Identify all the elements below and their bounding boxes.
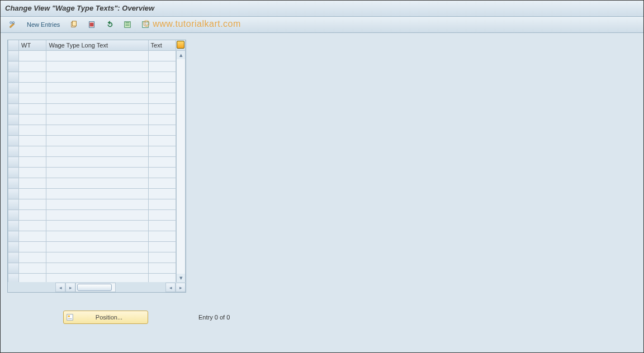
row-selector[interactable] <box>8 125 19 136</box>
row-selector[interactable] <box>8 115 19 125</box>
select-all-button[interactable] <box>120 18 135 31</box>
cell-long[interactable] <box>46 115 148 125</box>
table-row[interactable] <box>8 221 186 231</box>
cell-long[interactable] <box>46 221 148 231</box>
cell-long[interactable] <box>46 61 148 72</box>
cell-long[interactable] <box>46 274 148 283</box>
cell-long[interactable] <box>46 125 148 136</box>
cell-long[interactable] <box>46 136 148 146</box>
cell-wt[interactable] <box>19 157 46 168</box>
cell-long[interactable] <box>46 242 148 252</box>
cell-long[interactable] <box>46 93 148 104</box>
row-selector[interactable] <box>8 72 19 83</box>
table-row[interactable] <box>8 157 186 168</box>
cell-long[interactable] <box>46 178 148 189</box>
cell-text[interactable] <box>148 157 176 168</box>
row-selector[interactable] <box>8 157 19 168</box>
copy-button[interactable] <box>66 18 82 31</box>
cell-wt[interactable] <box>19 221 46 231</box>
table-row[interactable] <box>8 136 186 146</box>
scroll-down-icon[interactable]: ▾ <box>177 274 185 282</box>
col-header-text[interactable]: Text <box>148 40 176 51</box>
table-row[interactable] <box>8 61 186 72</box>
row-selector[interactable] <box>8 210 19 221</box>
table-row[interactable] <box>8 51 186 61</box>
cell-text[interactable] <box>148 231 176 242</box>
cell-long[interactable] <box>46 146 148 157</box>
configure-columns-button[interactable] <box>176 40 185 51</box>
cell-text[interactable] <box>148 263 176 274</box>
cell-wt[interactable] <box>19 199 46 210</box>
cell-wt[interactable] <box>19 242 46 252</box>
row-selector[interactable] <box>8 231 19 242</box>
cell-text[interactable] <box>148 221 176 231</box>
cell-wt[interactable] <box>19 61 46 72</box>
row-selector[interactable] <box>8 221 19 231</box>
cell-wt[interactable] <box>19 252 46 263</box>
row-selector-header[interactable] <box>8 40 19 51</box>
cell-wt[interactable] <box>19 210 46 221</box>
cell-long[interactable] <box>46 157 148 168</box>
cell-wt[interactable] <box>19 168 46 178</box>
row-selector[interactable] <box>8 199 19 210</box>
scroll-up-icon[interactable]: ▴ <box>177 51 185 59</box>
row-selector[interactable] <box>8 178 19 189</box>
row-selector[interactable] <box>8 83 19 93</box>
scroll-track[interactable] <box>177 59 185 274</box>
undo-button[interactable] <box>102 18 117 31</box>
col-header-long[interactable]: Wage Type Long Text <box>46 40 148 51</box>
cell-wt[interactable] <box>19 189 46 199</box>
cell-text[interactable] <box>148 125 176 136</box>
new-entries-button[interactable]: New Entries <box>23 18 64 31</box>
cell-wt[interactable] <box>19 51 46 61</box>
cell-wt[interactable] <box>19 263 46 274</box>
cell-text[interactable] <box>148 168 176 178</box>
deselect-all-button[interactable] <box>138 18 153 31</box>
cell-wt[interactable] <box>19 231 46 242</box>
cell-text[interactable] <box>148 146 176 157</box>
cell-text[interactable] <box>148 61 176 72</box>
table-row[interactable] <box>8 125 186 136</box>
table-row[interactable] <box>8 189 186 199</box>
data-table[interactable]: WTWage Type Long TextText <box>8 40 186 282</box>
hscroll-track[interactable] <box>75 283 116 292</box>
cell-text[interactable] <box>148 115 176 125</box>
cell-long[interactable] <box>46 189 148 199</box>
table-row[interactable] <box>8 263 186 274</box>
cell-text[interactable] <box>148 93 176 104</box>
table-row[interactable] <box>8 146 186 157</box>
table-row[interactable] <box>8 231 186 242</box>
cell-long[interactable] <box>46 263 148 274</box>
row-selector[interactable] <box>8 189 19 199</box>
row-selector[interactable] <box>8 274 19 283</box>
row-selector[interactable] <box>8 93 19 104</box>
cell-long[interactable] <box>46 51 148 61</box>
cell-long[interactable] <box>46 104 148 115</box>
cell-text[interactable] <box>148 136 176 146</box>
row-selector[interactable] <box>8 252 19 263</box>
table-row[interactable] <box>8 83 186 93</box>
row-selector[interactable] <box>8 61 19 72</box>
row-selector[interactable] <box>8 263 19 274</box>
cell-long[interactable] <box>46 210 148 221</box>
cell-wt[interactable] <box>19 115 46 125</box>
cell-text[interactable] <box>148 252 176 263</box>
cell-wt[interactable] <box>19 72 46 83</box>
cell-long[interactable] <box>46 168 148 178</box>
cell-wt[interactable] <box>19 146 46 157</box>
table-row[interactable] <box>8 168 186 178</box>
row-selector[interactable] <box>8 104 19 115</box>
cell-wt[interactable] <box>19 93 46 104</box>
cell-text[interactable] <box>148 274 176 283</box>
table-row[interactable] <box>8 72 186 83</box>
table-row[interactable] <box>8 242 186 252</box>
table-row[interactable] <box>8 178 186 189</box>
table-row[interactable] <box>8 104 186 115</box>
cell-wt[interactable] <box>19 274 46 283</box>
cell-long[interactable] <box>46 252 148 263</box>
cell-text[interactable] <box>148 51 176 61</box>
delete-button[interactable] <box>84 18 100 31</box>
cell-text[interactable] <box>148 83 176 93</box>
row-selector[interactable] <box>8 136 19 146</box>
cell-long[interactable] <box>46 83 148 93</box>
